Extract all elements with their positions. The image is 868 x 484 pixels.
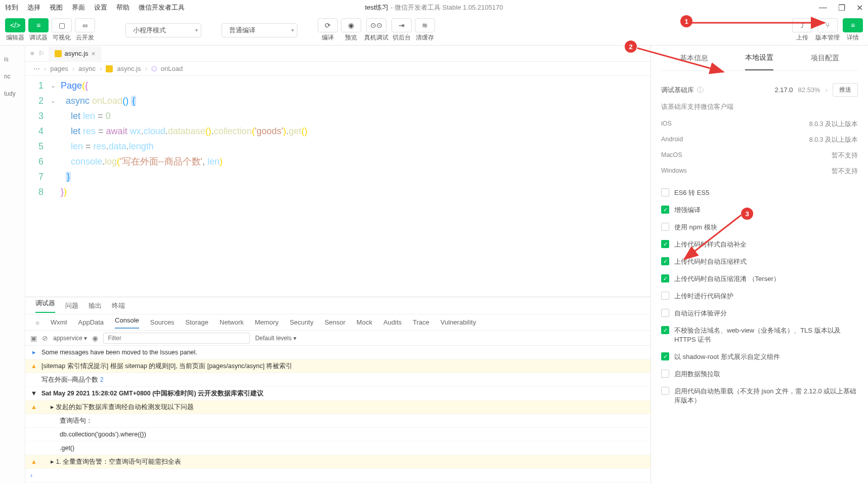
setting-checkbox[interactable]: ✓增强编译 (661, 201, 858, 219)
eye-icon[interactable]: ◉ (92, 334, 98, 342)
bookmark-icon[interactable]: ⚐ (38, 50, 45, 57)
toolbar-action[interactable]: ◉预览 (341, 18, 361, 42)
devtools-inner-tab[interactable]: Mock (357, 318, 372, 326)
maximize-icon[interactable]: ❐ (838, 3, 845, 13)
menu-item[interactable]: 转到 (5, 3, 18, 12)
devtools-inner-tab[interactable]: Audits (383, 318, 402, 326)
breadcrumb-segment[interactable]: onLoad (161, 65, 183, 72)
annotation-1: 1 (680, 15, 692, 27)
devtools-tab[interactable]: 调试器 (35, 299, 55, 313)
menu-item[interactable]: 帮助 (116, 3, 129, 12)
menu-item[interactable]: 微信开发者工具 (139, 3, 185, 12)
toolbar-right-action[interactable]: ⑂版本管理 (815, 18, 840, 42)
console-row[interactable]: ▼Sat May 29 2021 15:28:02 GMT+0800 (中国标准… (25, 387, 650, 400)
setting-checkbox[interactable]: ✓以 shadow-root 形式展示自定义组件 (661, 348, 858, 366)
toolbar-action[interactable]: ⟳编译 (318, 18, 338, 42)
details-tab[interactable]: 项目配置 (811, 54, 839, 63)
console-row[interactable]: 查询语句： (25, 414, 650, 428)
platform-row: MacOS暂不支持 (661, 148, 858, 164)
annotation-2: 2 (625, 41, 637, 53)
rail-item[interactable]: nc (0, 68, 25, 85)
console-row[interactable]: db.collection('goods').where({}) (25, 428, 650, 441)
menu-item[interactable]: 界面 (72, 3, 85, 12)
details-tab[interactable]: 本地设置 (745, 53, 773, 70)
help-icon[interactable]: ⓘ (697, 86, 704, 95)
breadcrumb-segment[interactable]: async.js (117, 65, 141, 72)
tab-filename: async.js (65, 50, 89, 57)
devtools-tab[interactable]: 输出 (89, 301, 102, 310)
rail-item[interactable]: is (0, 51, 25, 68)
devtools-inner-tab[interactable]: Trace (413, 318, 429, 326)
code-editor[interactable]: 12345678 ⌄⌄ Page({ async onLoad() { let … (25, 76, 650, 297)
console-row[interactable]: ▲[sitemap 索引情况提示] 根据 sitemap 的规则[0], 当前页… (25, 359, 650, 373)
platform-row: Windows暂不支持 (661, 164, 858, 179)
toolbar-button[interactable]: ∞云开发 (75, 18, 95, 42)
push-button[interactable]: 推送 (833, 83, 858, 97)
menu-item[interactable]: 选择 (27, 3, 40, 12)
context-dropdown[interactable]: appservice ▾ (53, 335, 87, 342)
toolbar-right-action[interactable]: ⤴上传 (792, 18, 812, 42)
setting-checkbox[interactable]: 自动运行体验评分 (661, 305, 858, 322)
breadcrumb: ⋯›pages›async›async.js›⬡ onLoad (25, 62, 650, 76)
breadcrumb-segment[interactable]: async (78, 65, 96, 72)
levels-dropdown[interactable]: Default levels ▾ (255, 335, 296, 342)
rail-item[interactable]: tudy (0, 85, 25, 102)
console-row[interactable]: 写在外面--商品个数 2 (25, 373, 650, 387)
toolbar-action[interactable]: ≋清缓存 (415, 18, 435, 42)
setting-checkbox[interactable]: ✓上传代码时自动压缩混淆 （Terser） (661, 270, 858, 288)
compile-dropdown[interactable]: 普通编译 (222, 23, 297, 37)
console-row[interactable]: ▲▸ 发起的如下数据库查询经自动检测发现以下问题 (25, 400, 650, 414)
toolbar-button[interactable]: </>编辑器 (5, 18, 25, 42)
setting-checkbox[interactable]: ✓不校验合法域名、web-view（业务域名）、TLS 版本以及 HTTPS 证… (661, 322, 858, 348)
devtools-tab[interactable]: 问题 (65, 301, 78, 310)
platform-row: Android8.0.3 及以上版本 (661, 132, 858, 148)
devtools-tab[interactable]: 终端 (112, 301, 125, 310)
details-tab[interactable]: 基本信息 (680, 54, 708, 63)
toolbar-button[interactable]: ≡调试器 (28, 18, 49, 42)
breadcrumb-segment[interactable]: pages (50, 65, 68, 72)
close-tab-icon[interactable]: × (92, 50, 96, 58)
devtools-inner-tab[interactable]: Vulnerability (441, 318, 476, 326)
devtools-inner-tab[interactable]: Sensor (325, 318, 345, 326)
sidebar-toggle-icon[interactable]: ▣ (30, 334, 37, 342)
setting-checkbox[interactable]: ES6 转 ES5 (661, 184, 858, 201)
toolbar-right-action[interactable]: ≡详情 (843, 18, 863, 42)
menu-item[interactable]: 视图 (50, 3, 63, 12)
console-row[interactable]: ▲▸ 1. 全量查询告警：空查询语句可能需扫全表 (25, 455, 650, 469)
close-icon[interactable]: ✕ (856, 3, 863, 13)
breadcrumb-segment[interactable]: ⋯ (33, 65, 40, 72)
devtools-inner-tab[interactable]: Memory (255, 318, 279, 326)
mode-dropdown[interactable]: 小程序模式 (125, 23, 201, 37)
debug-lib-label: 调试基础库 ⓘ (661, 86, 704, 95)
devtools-outer-tabs: 调试器问题输出终端 (25, 297, 650, 314)
devtools-inner-tab[interactable]: Console (115, 316, 139, 329)
setting-checkbox[interactable]: 使用 npm 模块 (661, 219, 858, 236)
setting-checkbox[interactable]: 启用数据预拉取 (661, 366, 858, 383)
devtools-inner-tab[interactable]: Storage (186, 318, 209, 326)
setting-checkbox[interactable]: ✓上传代码时自动压缩样式 (661, 253, 858, 270)
menu-item[interactable]: 设置 (94, 3, 107, 12)
details-tabs: 基本信息本地设置项目配置 (661, 46, 858, 71)
filter-input[interactable] (103, 333, 250, 344)
setting-checkbox[interactable]: ✓上传代码时样式自动补全 (661, 236, 858, 253)
inspect-icon[interactable]: ⟐ (35, 318, 39, 327)
editor-tab-async[interactable]: async.js × (49, 47, 102, 61)
toolbar-action[interactable]: ⇥切后台 (392, 18, 412, 42)
debug-lib-version[interactable]: 2.17.0 (774, 86, 793, 94)
devtools-inner-tab[interactable]: Wxml (51, 318, 67, 326)
setting-checkbox[interactable]: 上传时进行代码保护 (661, 288, 858, 305)
console-output[interactable]: ▸Some messages have been moved to the Is… (25, 346, 650, 484)
hamburger-icon[interactable]: ≡ (30, 50, 34, 57)
devtools-inner-tab[interactable]: Network (220, 318, 244, 326)
console-row[interactable]: .get() (25, 441, 650, 455)
setting-checkbox[interactable]: 启用代码自动热重载（不支持 json 文件，需 2.12.0 或以上基础库版本） (661, 383, 858, 409)
devtools-inner-tab[interactable]: AppData (78, 318, 104, 326)
toolbar-action[interactable]: ⊙⊙真机调试 (364, 18, 388, 42)
clear-console-icon[interactable]: ⊘ (42, 334, 48, 342)
minimize-icon[interactable]: — (819, 3, 827, 13)
title-bar: 转到选择视图界面设置帮助微信开发者工具 test练习 - 微信开发者工具 Sta… (0, 0, 868, 15)
console-row[interactable]: ▸Some messages have been moved to the Is… (25, 346, 650, 359)
devtools-inner-tab[interactable]: Sources (150, 318, 175, 326)
devtools-inner-tab[interactable]: Security (290, 318, 314, 326)
toolbar-button[interactable]: ▢可视化 (52, 18, 72, 42)
